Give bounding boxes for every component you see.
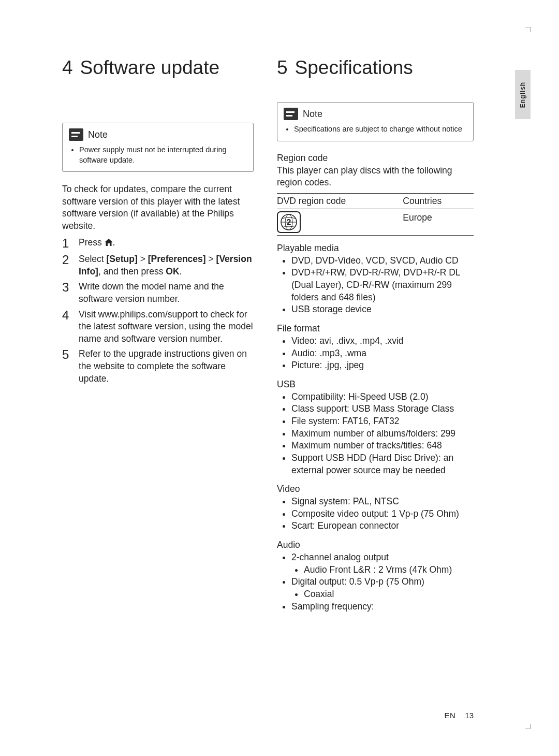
section-title-right: 5Specifications [277,57,474,79]
note-list: Power supply must not be interrupted dur… [69,145,247,165]
page-columns: 4Software update Note Power supply must … [62,57,507,613]
section-title-left: 4Software update [62,57,254,79]
list-item: Class support: USB Mass Storage Class [291,403,474,415]
intro-text: To check for updates, compare the curren… [62,183,254,232]
step-text: Press . [79,237,254,250]
playable-list: DVD, DVD-Video, VCD, SVCD, Audio CD DVD+… [277,255,474,316]
note-item: Specifications are subject to change wit… [294,124,467,135]
usb-list: Compatibility: Hi-Speed USB (2.0) Class … [277,391,474,476]
list-item: Video: avi, .divx, .mp4, .xvid [291,335,474,347]
region-cell-country: Europe [403,209,474,235]
language-tab: English [515,70,531,119]
step-1: 1 Press . [62,237,254,250]
note-header: Note [69,128,247,141]
dvd-region-icon: 2 [277,211,301,233]
crop-mark [525,27,531,32]
list-item: DVD+R/+RW, DVD-R/-RW, DVD+R/-R DL (Dual … [291,267,474,303]
step-text: Visit www.philips.com/support to check f… [79,309,254,345]
home-icon [105,239,113,246]
list-item: Picture: .jpg, .jpeg [291,359,474,372]
list-item: Compatibility: Hi-Speed USB (2.0) [291,391,474,403]
list-item: File system: FAT16, FAT32 [291,415,474,428]
note-box-left: Note Power supply must not be interrupte… [62,123,254,172]
step-number: 3 [62,281,72,305]
audio-list: 2-channel analog output Audio Front L&R … [277,551,474,613]
page-footer: EN 13 [444,711,474,720]
note-header: Note [284,108,467,120]
list-item: USB storage device [291,303,474,316]
step-text: Select [Setup] > [Preferences] > [Versio… [79,253,254,278]
crop-mark [525,724,531,729]
step-4: 4 Visit www.philips.com/support to check… [62,309,254,345]
region-th-countries: Countries [403,193,474,209]
region-cell-icon: 2 [277,209,403,235]
audio-heading: Audio [277,540,474,550]
step-text: Write down the model name and the softwa… [79,281,254,305]
note-list: Specifications are subject to change wit… [284,124,467,135]
list-item: Audio: .mp3, .wma [291,347,474,360]
list-item: 2-channel analog output Audio Front L&R … [291,551,474,576]
note-box-right: Note Specifications are subject to chang… [277,102,474,141]
step-5: 5 Refer to the upgrade instructions give… [62,348,254,385]
note-item: Power supply must not be interrupted dur… [79,145,247,165]
region-text: This player can play discs with the foll… [277,165,474,189]
footer-page: 13 [465,711,474,720]
list-item: Maximum number of tracks/titles: 648 [291,440,474,452]
list-item: Composite video output: 1 Vp-p (75 Ohm) [291,508,474,520]
list-item: Digital output: 0.5 Vp-p (75 Ohm) Coaxia… [291,576,474,600]
section-title-text: Software update [80,57,219,78]
step-text: Refer to the upgrade instructions given … [79,348,254,385]
footer-lang: EN [444,711,455,720]
video-heading: Video [277,484,474,495]
right-column: 5Specifications Note Specifications are … [277,57,474,613]
step-list: 1 Press . 2 Select [Setup] > [Preference… [62,237,254,385]
list-item: Support USB HDD (Hard Disc Drive): an ex… [291,452,474,476]
left-column: 4Software update Note Power supply must … [62,57,254,613]
fileformat-heading: File format [277,323,474,334]
svg-text:2: 2 [287,218,291,227]
step-3: 3 Write down the model name and the soft… [62,281,254,305]
section-title-text: Specifications [295,57,413,78]
region-th-code: DVD region code [277,193,403,209]
note-icon [69,128,83,141]
section-number: 4 [62,57,73,79]
step-number: 1 [62,237,72,250]
note-icon [284,108,298,120]
list-item: Sampling frequency: [291,601,474,613]
list-item: Audio Front L&R : 2 Vrms (47k Ohm) [304,564,474,576]
step-number: 4 [62,309,72,345]
note-label: Note [88,129,108,140]
list-item: DVD, DVD-Video, VCD, SVCD, Audio CD [291,255,474,267]
list-item: Signal system: PAL, NTSC [291,496,474,508]
region-table: DVD region code Countries 2 [277,193,474,236]
video-list: Signal system: PAL, NTSC Composite video… [277,496,474,532]
audio-sublist: Coaxial [291,588,474,601]
list-item: Coaxial [304,588,474,601]
list-item: Maximum number of albums/folders: 299 [291,428,474,440]
note-label: Note [303,109,322,120]
usb-heading: USB [277,379,474,390]
audio-sublist: Audio Front L&R : 2 Vrms (47k Ohm) [291,564,474,576]
region-heading: Region code [277,153,474,164]
step-number: 2 [62,253,72,278]
fileformat-list: Video: avi, .divx, .mp4, .xvid Audio: .m… [277,335,474,372]
list-item: Scart: European connector [291,520,474,532]
language-tab-label: English [519,81,526,107]
playable-heading: Playable media [277,243,474,254]
section-number: 5 [277,57,288,79]
step-2: 2 Select [Setup] > [Preferences] > [Vers… [62,253,254,278]
step-number: 5 [62,348,72,385]
